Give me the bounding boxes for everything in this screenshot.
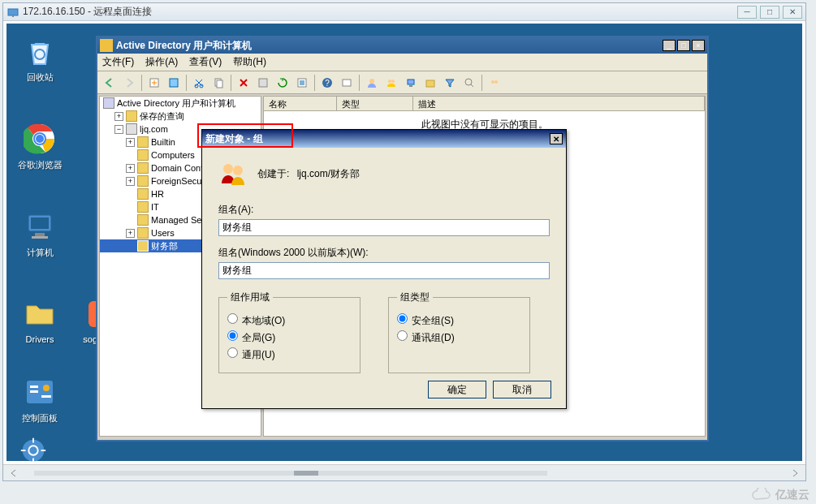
rdp-icon [6, 6, 19, 19]
ad-toolbar: ? [97, 71, 707, 94]
svg-point-35 [369, 79, 374, 84]
scope-option-local[interactable]: 本地域(O) [227, 313, 352, 328]
created-in-label: 创建于: [257, 168, 289, 179]
group-name-2000-label: 组名(Windows 2000 以前版本)(W): [218, 246, 550, 260]
svg-point-6 [36, 135, 44, 143]
svg-rect-8 [31, 218, 49, 229]
svg-rect-30 [259, 79, 267, 87]
svg-rect-0 [8, 9, 18, 15]
toolbar-raise-button[interactable] [486, 74, 503, 92]
ok-button[interactable]: 确定 [428, 381, 486, 398]
remote-desktop[interactable]: 回收站 谷歌浏览器 计算机 Drivers 控制面板 S sogou_... [6, 24, 802, 461]
toolbar-user-icon[interactable] [363, 74, 381, 92]
svg-rect-1 [12, 15, 14, 17]
tree-saved-queries[interactable]: +保存的查询 [100, 110, 261, 123]
menu-action[interactable]: 操作(A) [145, 55, 178, 69]
column-description[interactable]: 描述 [413, 97, 705, 110]
toolbar-help-button[interactable]: ? [318, 74, 336, 92]
column-type[interactable]: 类型 [337, 97, 413, 110]
rdp-window: 172.16.16.150 - 远程桌面连接 ─ □ ✕ 回收站 谷歌浏览器 计… [2, 2, 806, 481]
scroll-right-icon[interactable] [791, 469, 799, 477]
group-wizard-icon [218, 159, 248, 188]
toolbar-forward-button[interactable] [120, 74, 138, 92]
domain-icon [126, 123, 137, 135]
svg-text:?: ? [325, 79, 330, 88]
menu-help[interactable]: 帮助(H) [233, 55, 266, 69]
toolbar-filter-icon[interactable] [441, 74, 459, 92]
ad-close-button[interactable]: × [692, 40, 705, 51]
desktop-icon-drivers[interactable]: Drivers [11, 296, 68, 344]
toolbar-new-button[interactable] [145, 74, 163, 92]
desktop-icon-recycle-bin[interactable]: 回收站 [11, 33, 68, 84]
svg-rect-25 [170, 79, 178, 87]
column-name[interactable]: 名称 [264, 97, 337, 110]
toolbar-group-icon[interactable] [382, 74, 400, 92]
desktop-icon-chrome[interactable]: 谷歌浏览器 [11, 121, 68, 171]
scroll-left-icon[interactable] [10, 469, 18, 477]
group-name-2000-input[interactable] [218, 262, 550, 279]
toolbar-find-button[interactable] [338, 74, 356, 92]
toolbar-export-button[interactable] [293, 74, 311, 92]
toolbar-back-button[interactable] [101, 74, 119, 92]
new-group-dialog: 新建对象 - 组 ✕ 创建于: ljq.com/财务部 组名 [201, 129, 567, 409]
toolbar-delete-button[interactable] [235, 74, 253, 92]
annotation-red-box [197, 123, 293, 148]
ad-maximize-button[interactable]: □ [677, 40, 690, 51]
svg-rect-9 [35, 233, 45, 236]
svg-point-36 [388, 80, 391, 83]
menu-file[interactable]: 文件(F) [102, 55, 134, 69]
toolbar-search-icon[interactable] [460, 74, 478, 92]
svg-rect-40 [426, 80, 434, 87]
folder-icon [22, 296, 58, 332]
scope-option-global[interactable]: 全局(G) [227, 330, 352, 345]
svg-rect-10 [32, 236, 48, 239]
svg-point-14 [43, 385, 50, 391]
svg-point-43 [491, 80, 494, 84]
desktop-icon-computer[interactable]: 计算机 [11, 209, 68, 259]
svg-point-44 [494, 80, 498, 84]
ad-app-icon [100, 39, 113, 52]
toolbar-props2-button[interactable] [254, 74, 272, 92]
type-option-security[interactable]: 安全组(S) [397, 313, 521, 328]
toolbar-copy-button[interactable] [209, 74, 227, 92]
toolbar-properties-button[interactable] [165, 74, 183, 92]
toolbar-refresh-button[interactable] [274, 74, 291, 92]
watermark: 亿速云 [751, 488, 810, 502]
svg-line-42 [471, 84, 473, 87]
svg-rect-34 [343, 80, 351, 86]
toolbar-ou-icon[interactable] [421, 74, 439, 92]
rdp-title: 172.16.16.150 - 远程桌面连接 [23, 5, 737, 19]
svg-point-46 [223, 164, 233, 174]
toolbar-computer-icon[interactable] [402, 74, 420, 92]
list-header: 名称 类型 描述 [264, 97, 705, 111]
scroll-track[interactable] [34, 471, 547, 476]
ad-minimize-button[interactable]: _ [663, 40, 676, 51]
ad-titlebar[interactable]: Active Directory 用户和计算机 _ □ × [97, 37, 707, 54]
cancel-button[interactable]: 取消 [493, 381, 551, 398]
rdp-close-button[interactable]: ✕ [783, 6, 802, 19]
rdp-maximize-button[interactable]: □ [760, 6, 779, 19]
svg-rect-13 [30, 390, 38, 393]
expand-icon[interactable]: + [114, 112, 123, 121]
tree-root[interactable]: Active Directory 用户和计算机 [100, 97, 261, 110]
ad-menubar: 文件(F) 操作(A) 查看(V) 帮助(H) [97, 54, 707, 71]
rdp-scrollbar[interactable] [3, 464, 805, 480]
menu-view[interactable]: 查看(V) [189, 55, 222, 69]
rdp-titlebar[interactable]: 172.16.16.150 - 远程桌面连接 ─ □ ✕ [3, 3, 805, 21]
svg-rect-15 [41, 395, 51, 398]
group-type-legend: 组类型 [397, 291, 433, 304]
group-name-input[interactable] [218, 219, 550, 236]
type-option-distribution[interactable]: 通讯组(D) [397, 330, 521, 345]
svg-rect-39 [409, 85, 412, 87]
collapse-icon[interactable]: − [114, 125, 123, 134]
scope-option-universal[interactable]: 通用(U) [227, 347, 352, 362]
desktop-icon-control-panel[interactable]: 控制面板 [11, 374, 68, 424]
created-in-value: ljq.com/财务部 [297, 168, 360, 179]
group-scope-legend: 组作用域 [227, 291, 273, 304]
toolbar-cut-button[interactable] [190, 74, 208, 92]
dialog-close-button[interactable]: ✕ [550, 133, 563, 144]
rdp-minimize-button[interactable]: ─ [737, 6, 757, 19]
scroll-thumb[interactable] [294, 471, 318, 476]
svg-rect-29 [217, 80, 222, 88]
control-panel-icon [22, 374, 58, 410]
